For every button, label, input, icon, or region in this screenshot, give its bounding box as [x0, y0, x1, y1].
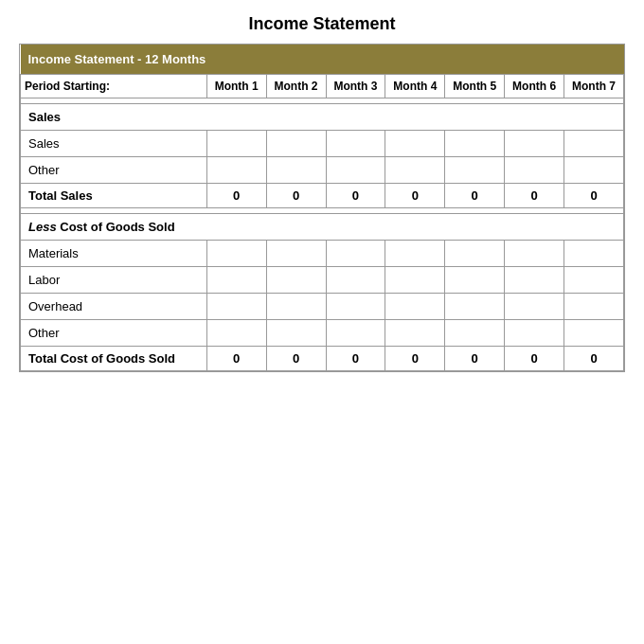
total-cogs-label: Total Cost of Goods Sold: [21, 347, 207, 371]
materials-label: Materials: [21, 241, 207, 267]
materials-m6[interactable]: [505, 241, 564, 267]
total-sales-row: Total Sales 0 0 0 0 0 0 0: [21, 184, 624, 208]
materials-row: Materials: [21, 241, 624, 267]
sales-m4[interactable]: [385, 131, 445, 157]
cogs-section-label-row: Less Cost of Goods Sold: [21, 214, 624, 241]
labor-m5[interactable]: [445, 267, 505, 294]
labor-m4[interactable]: [385, 267, 445, 294]
total-cogs-m2: 0: [266, 347, 326, 371]
labor-m7[interactable]: [564, 267, 624, 294]
month5-header: Month 5: [445, 75, 505, 98]
sales-other-m3[interactable]: [326, 157, 385, 184]
sales-other-label: Other: [21, 157, 207, 184]
materials-m5[interactable]: [445, 241, 505, 267]
labor-m2[interactable]: [266, 267, 326, 294]
overhead-m1[interactable]: [206, 294, 266, 320]
overhead-m6[interactable]: [505, 294, 564, 320]
table-subtitle-row: Income Statement - 12 Months: [21, 45, 624, 75]
labor-m6[interactable]: [505, 267, 564, 294]
sales-other-m7[interactable]: [564, 157, 624, 184]
total-sales-label: Total Sales: [21, 184, 207, 208]
month1-header: Month 1: [206, 75, 266, 98]
cogs-italic-label: Less: [28, 220, 57, 234]
overhead-row: Overhead: [21, 294, 624, 320]
materials-m2[interactable]: [266, 241, 326, 267]
sales-item-label: Sales: [21, 131, 207, 157]
sales-m1[interactable]: [206, 131, 266, 157]
total-cogs-m1: 0: [206, 347, 266, 371]
sales-label: Sales: [21, 104, 624, 131]
sales-m7[interactable]: [564, 131, 624, 157]
cogs-label: Less Cost of Goods Sold: [21, 214, 624, 241]
cogs-other-m5[interactable]: [445, 320, 505, 347]
cogs-other-m3[interactable]: [326, 320, 385, 347]
total-sales-m6: 0: [505, 184, 564, 208]
sales-data-row: Sales: [21, 131, 624, 157]
cogs-rest-label: Cost of Goods Sold: [57, 220, 175, 234]
sales-other-m5[interactable]: [445, 157, 505, 184]
month3-header: Month 3: [326, 75, 385, 98]
labor-label: Labor: [21, 267, 207, 294]
total-sales-m5: 0: [445, 184, 505, 208]
sales-other-m6[interactable]: [505, 157, 564, 184]
sales-other-m1[interactable]: [206, 157, 266, 184]
cogs-other-m1[interactable]: [206, 320, 266, 347]
total-cogs-m5: 0: [445, 347, 505, 371]
month7-header: Month 7: [564, 75, 624, 98]
total-cogs-m6: 0: [505, 347, 564, 371]
total-cogs-m3: 0: [326, 347, 385, 371]
total-sales-m1: 0: [206, 184, 266, 208]
sales-m6[interactable]: [505, 131, 564, 157]
month6-header: Month 6: [505, 75, 564, 98]
total-sales-m4: 0: [385, 184, 445, 208]
overhead-m2[interactable]: [266, 294, 326, 320]
sales-other-row: Other: [21, 157, 624, 184]
month4-header: Month 4: [385, 75, 445, 98]
column-header-row: Period Starting: Month 1 Month 2 Month 3…: [21, 75, 624, 98]
total-sales-m7: 0: [564, 184, 624, 208]
labor-m3[interactable]: [326, 267, 385, 294]
period-header: Period Starting:: [21, 75, 207, 98]
cogs-other-label: Other: [21, 320, 207, 347]
page-title: Income Statement: [19, 9, 625, 34]
sales-m5[interactable]: [445, 131, 505, 157]
sales-m2[interactable]: [266, 131, 326, 157]
overhead-m5[interactable]: [445, 294, 505, 320]
total-cogs-m7: 0: [564, 347, 624, 371]
sales-section-label: Sales: [21, 104, 624, 131]
sales-other-m2[interactable]: [266, 157, 326, 184]
month2-header: Month 2: [266, 75, 326, 98]
cogs-other-m2[interactable]: [266, 320, 326, 347]
sales-m3[interactable]: [326, 131, 385, 157]
overhead-m7[interactable]: [564, 294, 624, 320]
overhead-m4[interactable]: [385, 294, 445, 320]
total-cogs-m4: 0: [385, 347, 445, 371]
cogs-other-row: Other: [21, 320, 624, 347]
sales-other-m4[interactable]: [385, 157, 445, 184]
materials-m7[interactable]: [564, 241, 624, 267]
materials-m3[interactable]: [326, 241, 385, 267]
labor-m1[interactable]: [206, 267, 266, 294]
cogs-other-m4[interactable]: [385, 320, 445, 347]
cogs-other-m6[interactable]: [505, 320, 564, 347]
total-sales-m3: 0: [326, 184, 385, 208]
overhead-m3[interactable]: [326, 294, 385, 320]
labor-row: Labor: [21, 267, 624, 294]
materials-m4[interactable]: [385, 241, 445, 267]
cogs-other-m7[interactable]: [564, 320, 624, 347]
total-sales-m2: 0: [266, 184, 326, 208]
materials-m1[interactable]: [206, 241, 266, 267]
total-cogs-row: Total Cost of Goods Sold 0 0 0 0 0 0 0: [21, 347, 624, 371]
overhead-label: Overhead: [21, 294, 207, 320]
subtitle-cell: Income Statement - 12 Months: [21, 45, 624, 75]
income-statement-table: Income Statement - 12 Months Period Star…: [19, 44, 625, 372]
